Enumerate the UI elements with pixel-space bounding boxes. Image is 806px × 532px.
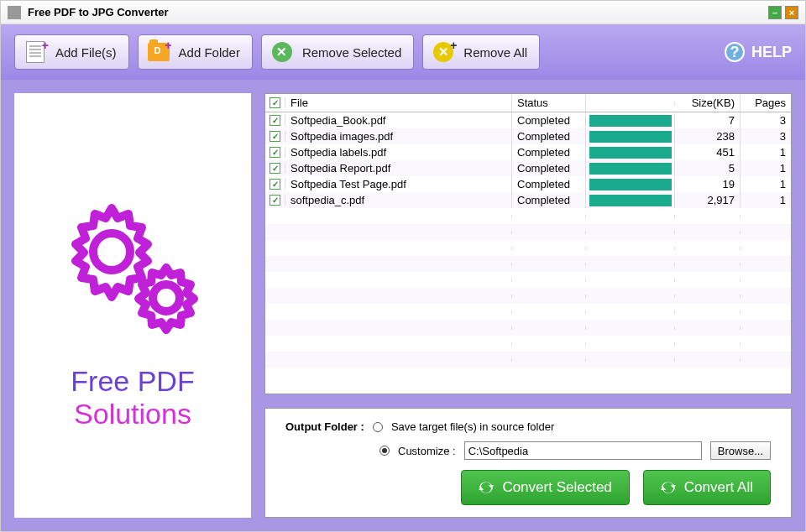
table-row (265, 224, 791, 240)
cell-size: 451 (675, 144, 741, 160)
header-progress (586, 102, 675, 105)
header-file[interactable]: File (285, 95, 512, 111)
customize-row: Customize : Browse... (379, 441, 771, 460)
document-icon: + (24, 40, 47, 64)
table-row (265, 256, 791, 272)
brand-line-2: Solutions (71, 398, 194, 430)
table-row (265, 272, 791, 288)
row-checkbox[interactable] (265, 115, 285, 126)
close-button[interactable]: × (785, 6, 798, 19)
cell-status: Completed (512, 160, 586, 176)
minimize-button[interactable]: – (768, 6, 782, 19)
cell-progress (586, 193, 675, 208)
header-checkbox[interactable] (265, 97, 285, 108)
add-folder-label: Add Folder (179, 45, 240, 60)
table-row (265, 304, 791, 320)
header-pages[interactable]: Pages (741, 95, 791, 111)
table-row[interactable]: Softpedia images.pdfCompleted2383 (265, 128, 791, 144)
refresh-icon (479, 480, 494, 495)
output-panel: Output Folder : Save target file(s) in s… (264, 408, 792, 518)
titlebar: Free PDF to JPG Converter – × (1, 1, 805, 24)
table-row (265, 352, 791, 368)
row-checkbox[interactable] (265, 195, 285, 206)
x-icon: ✕ (270, 40, 294, 64)
row-checkbox[interactable] (265, 179, 285, 190)
table-row (265, 288, 791, 304)
cell-status: Completed (512, 192, 586, 208)
add-files-button[interactable]: + Add File(s) (14, 34, 129, 70)
customize-label: Customize : (398, 445, 456, 457)
save-source-label: Save target file(s) in source folder (391, 420, 554, 433)
table-row (265, 320, 791, 336)
cell-size: 2,917 (675, 192, 741, 208)
brand-line-1: Free PDF (71, 365, 194, 398)
remove-all-button[interactable]: ✕+ Remove All (422, 34, 540, 70)
remove-selected-button[interactable]: ✕ Remove Selected (261, 34, 414, 70)
remove-all-label: Remove All (463, 45, 527, 60)
cell-file: Softpedia_Book.pdf (285, 112, 512, 128)
convert-all-label: Convert All (684, 479, 753, 496)
row-checkbox[interactable] (265, 147, 285, 158)
convert-selected-button[interactable]: Convert Selected (461, 470, 629, 505)
brand-text: Free PDF Solutions (71, 365, 194, 430)
sidebar-logo-panel: Free PDF Solutions (14, 93, 251, 518)
cell-pages: 1 (741, 176, 791, 192)
cell-progress (586, 145, 675, 160)
cell-file: Softpedia Report.pdf (285, 160, 512, 176)
cell-status: Completed (512, 144, 586, 160)
remove-selected-label: Remove Selected (302, 45, 401, 60)
radio-save-source[interactable] (373, 422, 383, 432)
cell-pages: 1 (741, 144, 791, 160)
output-folder-row: Output Folder : Save target file(s) in s… (285, 420, 771, 433)
add-files-label: Add File(s) (55, 45, 117, 60)
cell-file: softpedia_c.pdf (285, 192, 512, 208)
help-button[interactable]: ? HELP (725, 42, 792, 62)
content-area: Free PDF Solutions File Status Size(KB) … (1, 80, 805, 531)
refresh-icon (661, 480, 676, 495)
svg-point-1 (153, 284, 180, 311)
table-row[interactable]: Softpedia_Book.pdfCompleted73 (265, 112, 791, 128)
cell-pages: 3 (741, 112, 791, 128)
cell-file: Softpedia Test Page.pdf (285, 176, 512, 192)
file-table: File Status Size(KB) Pages Softpedia_Boo… (264, 93, 792, 394)
convert-row: Convert Selected Convert All (285, 470, 771, 505)
cell-progress (586, 129, 675, 144)
cell-progress (586, 177, 675, 192)
cell-size: 7 (675, 112, 741, 128)
cell-status: Completed (512, 112, 586, 128)
titlebar-text: Free PDF to JPG Converter (28, 6, 768, 18)
folder-icon: + (147, 40, 170, 64)
header-status[interactable]: Status (512, 95, 586, 111)
table-row (265, 240, 791, 256)
table-row[interactable]: Softpedia Test Page.pdfCompleted191 (265, 176, 791, 192)
cell-pages: 1 (741, 160, 791, 176)
table-row[interactable]: Softpedia labels.pdfCompleted4511 (265, 144, 791, 160)
cell-file: Softpedia images.pdf (285, 128, 512, 144)
x-icon: ✕+ (432, 40, 455, 64)
add-folder-button[interactable]: + Add Folder (138, 34, 253, 70)
cell-status: Completed (512, 176, 586, 192)
cell-size: 5 (675, 160, 741, 176)
window-controls: – × (768, 6, 798, 19)
help-icon: ? (725, 42, 745, 62)
svg-point-0 (93, 233, 130, 270)
table-header: File Status Size(KB) Pages (265, 94, 791, 112)
row-checkbox[interactable] (265, 163, 285, 174)
row-checkbox[interactable] (265, 131, 285, 142)
table-row[interactable]: softpedia_c.pdfCompleted2,9171 (265, 192, 791, 208)
cell-file: Softpedia labels.pdf (285, 144, 512, 160)
cell-status: Completed (512, 128, 586, 144)
table-row[interactable]: Softpedia Report.pdfCompleted51 (265, 160, 791, 176)
gears-icon (49, 180, 217, 348)
browse-button[interactable]: Browse... (710, 441, 771, 460)
table-row (265, 208, 791, 224)
convert-all-button[interactable]: Convert All (643, 470, 771, 505)
main-area: File Status Size(KB) Pages Softpedia_Boo… (264, 93, 792, 518)
cell-progress (586, 161, 675, 176)
output-folder-label: Output Folder : (285, 420, 364, 433)
output-path-input[interactable] (464, 441, 702, 460)
radio-customize[interactable] (379, 446, 390, 456)
cell-pages: 3 (741, 128, 791, 144)
header-size[interactable]: Size(KB) (675, 95, 741, 111)
cell-size: 19 (675, 176, 741, 192)
